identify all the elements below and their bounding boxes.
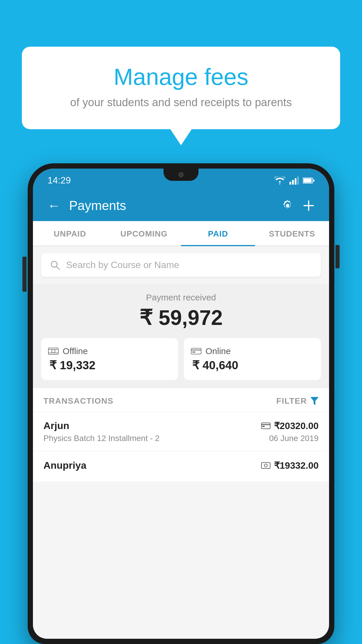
transaction-top: Arjun ₹20320.00 — [43, 420, 319, 431]
wifi-icon — [274, 176, 285, 185]
transaction-cash-icon — [261, 462, 270, 469]
transaction-bottom: Physics Batch 12 Installment - 2 06 June… — [43, 434, 319, 443]
svg-rect-1 — [292, 180, 294, 185]
payment-total-amount: ₹ 59,972 — [41, 305, 321, 330]
transaction-card-icon — [261, 422, 270, 429]
speech-bubble-container: Manage fees of your students and send re… — [22, 47, 340, 129]
speech-bubble: Manage fees of your students and send re… — [22, 47, 340, 129]
tab-paid[interactable]: PAID — [181, 221, 255, 246]
filter-icon — [310, 397, 319, 405]
svg-point-10 — [52, 349, 55, 353]
transaction-amount-row-anupriya: ₹19332.00 — [261, 460, 319, 471]
filter-label: FILTER — [276, 396, 307, 406]
svg-rect-15 — [192, 351, 195, 353]
svg-rect-2 — [295, 178, 296, 185]
header-title: Payments — [69, 198, 273, 213]
svg-rect-5 — [303, 178, 312, 183]
phone-notch — [164, 169, 198, 181]
payment-cards: Offline ₹ 19,332 Online ₹ 40,640 — [41, 338, 321, 380]
status-icons — [274, 176, 314, 185]
svg-rect-20 — [261, 463, 270, 468]
svg-line-8 — [57, 267, 59, 270]
svg-rect-13 — [191, 348, 201, 354]
transaction-name-arjun: Arjun — [43, 420, 69, 431]
transaction-amount-row: ₹20320.00 — [261, 420, 319, 431]
status-time: 14:29 — [48, 175, 71, 186]
transaction-row-anupriya[interactable]: Anupriya ₹19332.00 — [33, 451, 329, 482]
search-bar[interactable]: Search by Course or Name — [41, 253, 321, 277]
camera — [178, 172, 184, 177]
tabs-bar: UNPAID UPCOMING PAID STUDENTS — [33, 221, 329, 246]
online-payment-card: Online ₹ 40,640 — [184, 338, 321, 380]
transaction-amount-arjun: ₹20320.00 — [274, 420, 319, 431]
svg-marker-16 — [310, 397, 319, 405]
payment-received-label: Payment received — [41, 293, 321, 302]
transaction-name-anupriya: Anupriya — [43, 460, 86, 471]
transaction-date-arjun: 06 June 2019 — [269, 434, 319, 443]
settings-icon[interactable] — [281, 199, 294, 212]
cash-icon — [48, 347, 59, 355]
bubble-title: Manage fees — [45, 64, 317, 90]
svg-rect-9 — [48, 348, 58, 354]
phone-screen: 14:29 — [33, 169, 329, 639]
header-icons — [281, 199, 314, 212]
transaction-amount-anupriya: ₹19332.00 — [274, 460, 319, 471]
offline-amount: ₹ 19,332 — [48, 358, 171, 372]
signal-icon — [289, 176, 299, 185]
svg-rect-6 — [313, 179, 314, 182]
app-header: ← Payments — [33, 190, 329, 221]
transaction-course-arjun: Physics Batch 12 Installment - 2 — [43, 434, 159, 443]
offline-type-label: Offline — [63, 346, 88, 356]
svg-point-21 — [264, 464, 267, 467]
transaction-row[interactable]: Arjun ₹20320.00 Physics Batch 12 Install… — [33, 412, 329, 451]
battery-icon — [303, 177, 314, 184]
transactions-label: TRANSACTIONS — [43, 396, 113, 406]
online-type-label: Online — [205, 346, 231, 356]
svg-rect-3 — [297, 176, 299, 185]
offline-payment-card: Offline ₹ 19,332 — [41, 338, 178, 380]
filter-section[interactable]: FILTER — [276, 396, 319, 406]
tab-students[interactable]: STUDENTS — [255, 221, 329, 246]
bubble-subtitle: of your students and send receipts to pa… — [45, 96, 317, 109]
phone-frame: 14:29 — [28, 163, 334, 644]
online-amount: ₹ 40,640 — [191, 358, 314, 372]
transactions-header: TRANSACTIONS FILTER — [33, 388, 329, 412]
card-icon — [191, 347, 201, 355]
svg-rect-0 — [289, 182, 291, 185]
svg-rect-19 — [262, 426, 265, 427]
search-placeholder: Search by Course or Name — [66, 260, 179, 270]
back-button[interactable]: ← — [48, 199, 60, 212]
tab-unpaid[interactable]: UNPAID — [33, 221, 107, 246]
transaction-top-anupriya: Anupriya ₹19332.00 — [43, 460, 319, 471]
payment-section: Payment received ₹ 59,972 Offline ₹ 19 — [33, 284, 329, 388]
search-icon — [50, 260, 60, 270]
add-icon[interactable] — [303, 200, 314, 211]
tab-upcoming[interactable]: UPCOMING — [107, 221, 181, 246]
